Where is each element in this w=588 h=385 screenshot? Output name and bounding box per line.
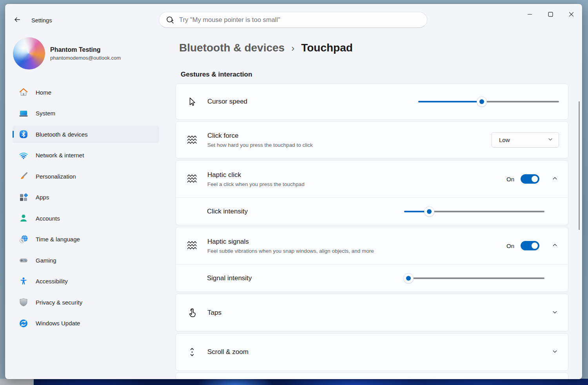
breadcrumb-parent[interactable]: Bluetooth & devices	[179, 42, 285, 54]
apps-icon	[19, 193, 28, 202]
search-box[interactable]	[159, 12, 427, 28]
haptic-waves-icon	[187, 173, 198, 184]
gaming-icon	[19, 255, 28, 265]
signal-intensity-row: Signal intensity	[176, 264, 568, 292]
click-force-label: Click force	[207, 132, 313, 140]
haptic-signals-card: Haptic signals Feel subtle vibrations wh…	[176, 227, 568, 292]
network-icon	[19, 151, 28, 160]
accounts-icon	[19, 213, 28, 223]
page-title: Touchpad	[301, 42, 353, 54]
sidebar-item-privacy-security[interactable]: Privacy & security	[13, 294, 159, 311]
scroll-zoom-expand-button[interactable]	[550, 348, 559, 356]
slider-track[interactable]	[404, 277, 544, 279]
chevron-down-icon	[548, 137, 553, 143]
sidebar-item-apps[interactable]: Apps	[13, 189, 159, 206]
windows-update-icon	[19, 319, 28, 328]
user-name: Phantom Testing	[50, 46, 121, 53]
sidebar-item-label: Home	[36, 89, 51, 96]
chevron-up-icon	[552, 175, 558, 182]
privacy-security-icon	[19, 297, 28, 307]
breadcrumb: Bluetooth & devices › Touchpad	[179, 42, 353, 54]
haptic-click-toggle[interactable]	[521, 174, 539, 184]
sidebar-item-accounts[interactable]: Accounts	[13, 210, 159, 227]
app-title: Settings	[31, 17, 52, 24]
sidebar-item-system[interactable]: System	[13, 105, 159, 122]
click-intensity-row: Click intensity	[176, 197, 568, 225]
chevron-down-icon	[552, 309, 558, 316]
scroll-icon	[187, 347, 198, 358]
haptic-signals-toggle[interactable]	[521, 241, 539, 250]
sidebar-item-time-language[interactable]: Time & language	[13, 231, 159, 248]
taps-expand-button[interactable]	[550, 308, 559, 317]
sidebar-item-label: Accessibility	[36, 278, 68, 285]
cursor-speed-slider[interactable]	[418, 97, 559, 107]
sidebar-item-personalization[interactable]: Personalization	[13, 168, 159, 185]
search-input[interactable]	[179, 16, 421, 24]
haptic-signals-collapse-button[interactable]	[550, 241, 559, 250]
signal-intensity-slider[interactable]	[404, 273, 544, 283]
cursor-speed-card: Cursor speed	[176, 84, 568, 120]
tap-gesture-icon	[187, 307, 198, 318]
slider-thumb[interactable]	[425, 207, 434, 216]
minimize-button[interactable]	[521, 8, 539, 20]
sidebar-item-home[interactable]: Home	[13, 84, 159, 101]
sidebar-item-label: Network & internet	[36, 152, 84, 159]
taps-label: Taps	[207, 309, 221, 317]
slider-thumb[interactable]	[404, 274, 413, 283]
scroll-zoom-card[interactable]: Scroll & zoom	[176, 333, 568, 371]
haptic-click-toggle-state: On	[506, 176, 514, 182]
taps-card[interactable]: Taps	[176, 294, 568, 332]
sidebar-item-accessibility[interactable]: Accessibility	[13, 273, 159, 290]
scrollbar[interactable]	[579, 101, 580, 230]
sidebar-item-bluetooth-devices[interactable]: Bluetooth & devices	[13, 126, 159, 143]
accessibility-icon	[19, 277, 28, 286]
click-force-description: Set how hard you press the touchpad to c…	[207, 142, 313, 148]
haptic-click-description: Feel a click when you press the touchpad	[207, 181, 305, 187]
user-profile[interactable]: Phantom Testing phantomodemos@outlook.co…	[13, 37, 121, 69]
sidebar-nav: Home System Bluetooth & devices Network …	[13, 84, 159, 332]
window-controls	[521, 8, 580, 20]
toggle-knob	[532, 243, 538, 249]
haptic-signals-toggle-state: On	[506, 243, 514, 249]
maximize-button[interactable]	[541, 8, 559, 20]
sidebar-item-label: Apps	[36, 194, 49, 201]
sidebar-item-windows-update[interactable]: Windows Update	[13, 315, 159, 332]
partial-next-card[interactable]	[176, 372, 568, 379]
close-button[interactable]	[562, 8, 580, 20]
haptic-click-card: Haptic click Feel a click when you press…	[176, 160, 568, 225]
search-sparkle-icon	[165, 15, 175, 25]
cursor-speed-label: Cursor speed	[207, 98, 247, 106]
sidebar-item-label: Gaming	[36, 257, 56, 264]
click-intensity-label: Click intensity	[207, 208, 248, 215]
sidebar-item-label: Bluetooth & devices	[36, 131, 88, 138]
click-force-selected-value: Low	[499, 137, 548, 143]
sidebar-item-label: System	[36, 110, 55, 117]
sidebar-item-network-internet[interactable]: Network & internet	[13, 147, 159, 164]
sidebar-item-label: Windows Update	[36, 320, 80, 327]
sidebar-item-label: Time & language	[36, 236, 80, 243]
breadcrumb-separator-icon: ›	[291, 43, 294, 54]
section-title: Gestures & interaction	[181, 71, 252, 78]
arrow-left-icon	[14, 16, 21, 24]
bluetooth-icon	[19, 130, 28, 139]
signal-intensity-label: Signal intensity	[207, 274, 252, 282]
click-force-card: Click force Set how hard you press the t…	[176, 121, 568, 159]
toggle-knob	[532, 176, 538, 182]
slider-fill	[418, 101, 482, 102]
back-button[interactable]	[11, 15, 23, 26]
cursor-icon	[187, 96, 198, 107]
haptic-click-collapse-button[interactable]	[550, 175, 559, 183]
haptic-waves-icon	[187, 135, 198, 146]
sidebar-item-gaming[interactable]: Gaming	[13, 252, 159, 269]
click-force-dropdown[interactable]: Low	[492, 132, 559, 148]
haptic-signals-label: Haptic signals	[207, 238, 374, 246]
haptic-click-label: Haptic click	[207, 171, 305, 179]
chevron-down-icon	[552, 349, 558, 356]
personalization-icon	[19, 172, 28, 181]
settings-window: Settings Phantom Testing phantomodemos@o…	[5, 4, 582, 379]
slider-thumb[interactable]	[477, 97, 486, 106]
sidebar-item-label: Privacy & security	[36, 299, 82, 306]
scroll-zoom-label: Scroll & zoom	[207, 348, 249, 356]
click-intensity-slider[interactable]	[404, 206, 544, 217]
haptic-waves-icon	[187, 240, 198, 251]
